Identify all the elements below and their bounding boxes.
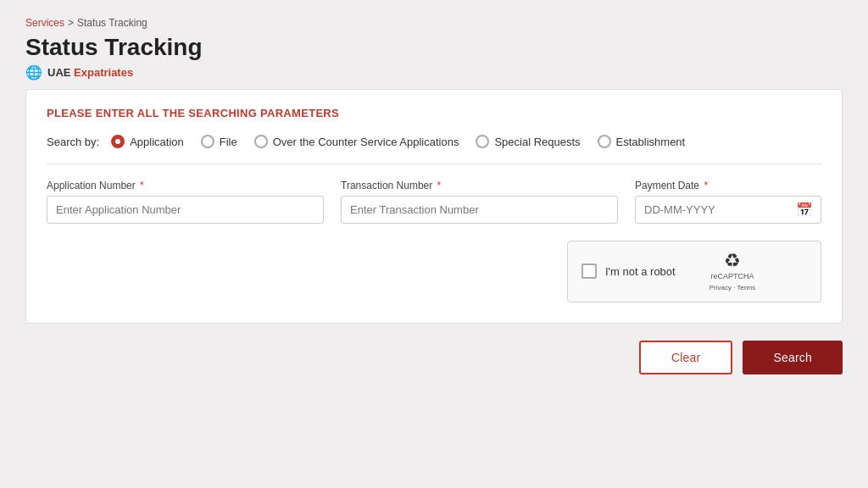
application-number-label: Application Number *: [47, 180, 324, 191]
payment-date-label: Payment Date *: [635, 180, 821, 191]
logo-text: UAE Expatriates: [47, 66, 133, 79]
main-card: PLEASE ENTER ALL THE SEARCHING PARAMETER…: [25, 89, 843, 324]
fields-row: Application Number * Transaction Number …: [47, 180, 821, 224]
divider: [47, 164, 821, 164]
application-number-group: Application Number *: [47, 180, 324, 224]
logo-row: 🌐 UAE Expatriates: [25, 64, 843, 80]
radio-file[interactable]: File: [201, 135, 237, 148]
captcha-checkbox[interactable]: [581, 263, 597, 279]
payment-date-input[interactable]: [635, 196, 821, 224]
recaptcha-logo-icon: ♻: [724, 252, 741, 270]
logo-icon: 🌐: [25, 64, 42, 80]
radio-application-input[interactable]: [111, 135, 125, 148]
captcha-box: I'm not a robot ♻ reCAPTCHA Privacy · Te…: [567, 241, 821, 302]
search-by-label: Search by:: [47, 136, 99, 148]
radio-special-input[interactable]: [476, 135, 489, 148]
radio-otc[interactable]: Over the Counter Service Applications: [254, 135, 459, 148]
transaction-number-label: Transaction Number *: [341, 180, 618, 191]
radio-file-input[interactable]: [201, 135, 214, 148]
alert-text: PLEASE ENTER ALL THE SEARCHING PARAMETER…: [47, 107, 821, 119]
breadcrumb-current: Status Tracking: [77, 17, 147, 29]
radio-otc-label: Over the Counter Service Applications: [273, 136, 459, 148]
transaction-number-input[interactable]: [341, 196, 618, 224]
clear-button[interactable]: Clear: [639, 341, 732, 374]
recaptcha-links: Privacy · Terms: [709, 284, 756, 291]
breadcrumb-separator: >: [68, 17, 74, 29]
radio-group: Application File Over the Counter Servic…: [111, 135, 685, 148]
radio-application[interactable]: Application: [111, 135, 184, 148]
breadcrumb-services-link[interactable]: Services: [25, 17, 64, 29]
page-title: Status Tracking: [25, 34, 843, 61]
radio-special-label: Special Requests: [494, 136, 580, 148]
breadcrumb: Services > Status Tracking: [25, 17, 843, 29]
radio-file-label: File: [220, 136, 237, 148]
application-number-input[interactable]: [47, 196, 324, 224]
captcha-left: I'm not a robot: [581, 263, 676, 279]
radio-establishment[interactable]: Establishment: [598, 135, 686, 148]
transaction-number-group: Transaction Number *: [341, 180, 618, 224]
buttons-row: Clear Search: [25, 341, 843, 374]
search-button[interactable]: Search: [743, 341, 843, 374]
date-input-wrapper: 📅: [635, 196, 821, 224]
payment-date-group: Payment Date * 📅: [635, 180, 821, 224]
radio-special[interactable]: Special Requests: [476, 135, 580, 148]
recaptcha-brand: reCAPTCHA: [710, 272, 754, 282]
radio-establishment-label: Establishment: [616, 136, 686, 148]
search-by-row: Search by: Application File Over the Cou…: [47, 135, 821, 148]
radio-otc-input[interactable]: [254, 135, 268, 148]
logo-uae: UAE: [47, 66, 70, 79]
captcha-right: ♻ reCAPTCHA Privacy · Terms: [709, 252, 756, 291]
captcha-row: I'm not a robot ♻ reCAPTCHA Privacy · Te…: [47, 241, 821, 302]
captcha-label: I'm not a robot: [605, 265, 676, 278]
radio-application-label: Application: [130, 136, 184, 148]
radio-establishment-input[interactable]: [598, 135, 611, 148]
logo-expatriates: Expatriates: [70, 66, 133, 79]
